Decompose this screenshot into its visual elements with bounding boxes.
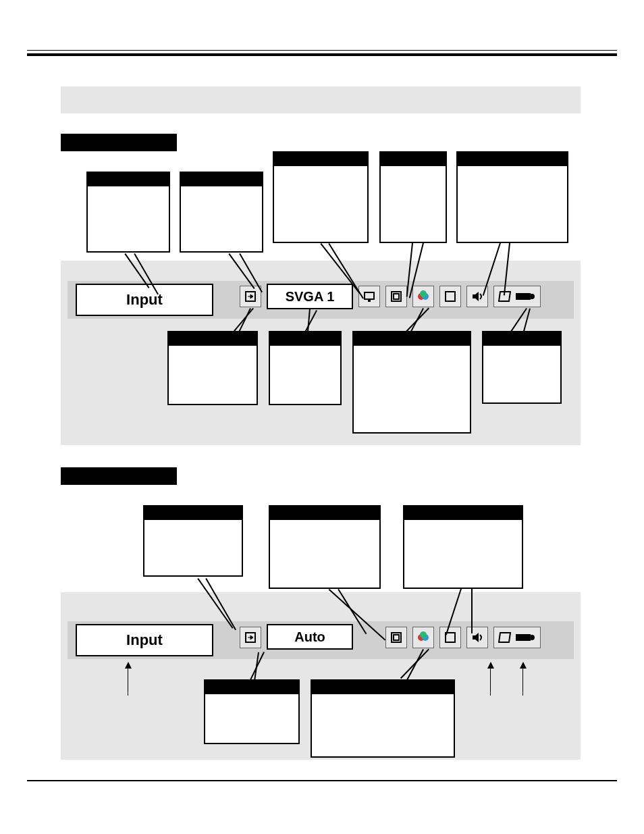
svg-rect-9 xyxy=(516,293,531,300)
system-box-computer[interactable]: SVGA 1 xyxy=(267,284,353,309)
callout-bot-2 xyxy=(269,331,342,405)
callout-top-5 xyxy=(456,151,568,243)
svg-point-19 xyxy=(529,635,535,640)
callout-v-bot-1 xyxy=(204,679,300,744)
image-level-icon-v[interactable] xyxy=(412,627,434,648)
image-adjust-icon[interactable] xyxy=(439,286,461,307)
svg-rect-2 xyxy=(368,300,371,302)
source-change-icon-v[interactable] xyxy=(240,627,261,648)
callout-top-1 xyxy=(86,172,170,253)
svg-point-7 xyxy=(420,290,427,297)
svg-rect-8 xyxy=(446,292,455,301)
svg-rect-18 xyxy=(516,634,531,641)
callout-v-top-1 xyxy=(143,505,243,577)
section-badge-computer xyxy=(61,134,177,151)
arrow-up-1 xyxy=(125,662,132,669)
input-box-video[interactable]: Input xyxy=(76,624,213,656)
heading-band xyxy=(61,86,581,113)
section-badge-video xyxy=(61,467,177,485)
sound-icon-v[interactable] xyxy=(466,627,488,648)
callout-bot-3 xyxy=(352,331,471,434)
callout-top-2 xyxy=(180,172,263,253)
source-change-icon[interactable] xyxy=(240,286,261,307)
callout-v-top-3 xyxy=(403,505,523,589)
callout-top-3 xyxy=(273,151,369,243)
screen-icon[interactable] xyxy=(385,286,407,307)
image-level-icon[interactable] xyxy=(412,286,434,307)
callout-v-bot-2 xyxy=(311,679,455,758)
screen-icon-v[interactable] xyxy=(385,627,407,648)
arrow-up-3 xyxy=(520,662,527,669)
svg-rect-4 xyxy=(394,294,399,299)
input-box-computer[interactable]: Input xyxy=(76,284,213,316)
svg-rect-1 xyxy=(365,292,374,299)
callout-bot-4 xyxy=(482,331,562,404)
svg-rect-13 xyxy=(394,635,399,640)
image-adjust-icon-v[interactable] xyxy=(439,627,461,648)
callout-v-top-2 xyxy=(269,505,381,589)
callout-bot-1 xyxy=(167,331,258,405)
arrow-up-2 xyxy=(487,662,494,669)
setting-icon-v[interactable] xyxy=(493,627,541,648)
callout-top-4 xyxy=(379,151,447,243)
svg-point-16 xyxy=(420,631,427,638)
setting-icon[interactable] xyxy=(493,286,541,307)
svg-point-10 xyxy=(529,294,535,299)
system-box-video[interactable]: Auto xyxy=(267,624,353,650)
